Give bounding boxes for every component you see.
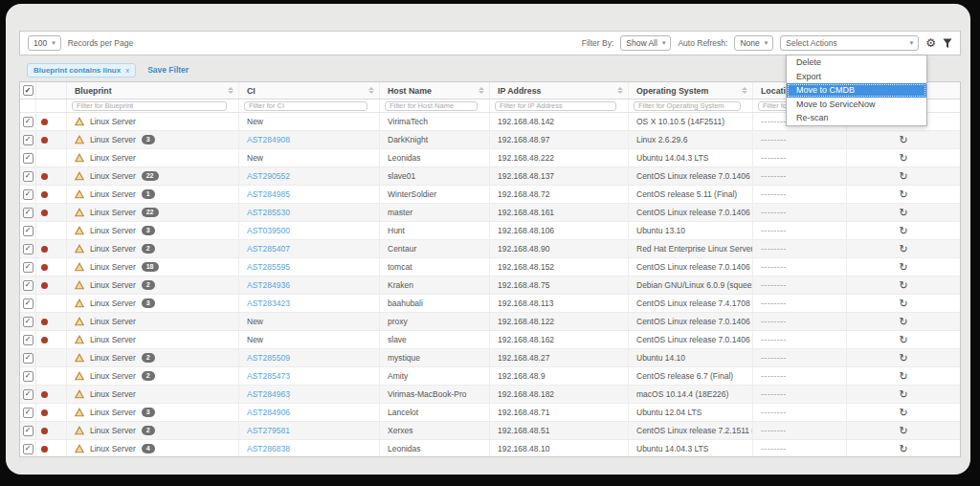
ci-link[interactable]: AST286838 (247, 444, 290, 453)
header-ci[interactable]: CI (239, 82, 380, 99)
ci-link[interactable]: AST039500 (247, 226, 290, 235)
refresh-icon[interactable] (899, 153, 907, 164)
refresh-icon[interactable] (899, 371, 907, 382)
refresh-icon[interactable] (899, 171, 907, 182)
table-row[interactable]: Linux Server 2 AST285509 mystique 192.16… (20, 349, 960, 367)
header-blueprint[interactable]: Blueprint (67, 82, 239, 99)
ci-link[interactable]: AST285407 (247, 244, 290, 254)
save-filter-link[interactable]: Save Filter (147, 65, 189, 75)
row-checkbox[interactable] (23, 371, 33, 382)
ci-link[interactable]: AST284908 (247, 135, 290, 144)
refresh-icon[interactable] (899, 317, 907, 327)
refresh-icon[interactable] (899, 408, 907, 418)
chip-remove-icon[interactable]: x (125, 66, 129, 75)
row-checkbox[interactable] (23, 335, 33, 345)
row-checkbox[interactable] (23, 117, 33, 127)
table-row[interactable]: Linux Server 2 AST284936 Kraken 192.168.… (20, 276, 960, 295)
table-row[interactable]: Linux Server 3 AST283423 baahubali 192.1… (20, 295, 960, 313)
filter-by-select[interactable]: Show All (620, 35, 671, 51)
row-checkbox[interactable] (23, 298, 33, 309)
ci-link[interactable]: AST285530 (247, 208, 290, 217)
table-row[interactable]: Linux Server 3 AST039500 Hunt 192.168.48… (20, 222, 960, 240)
row-checkbox[interactable] (23, 208, 33, 218)
ci-filter-input[interactable] (244, 101, 368, 111)
table-row[interactable]: Linux Server 3 AST284906 Lancelot 192.16… (20, 404, 960, 422)
ci-link[interactable]: AST284985 (247, 189, 290, 199)
filter-funnel-icon[interactable] (943, 38, 952, 49)
table-row[interactable]: Linux Server 3 AST284908 DarkKnight 192.… (20, 131, 960, 149)
menu-item-move-to-cmdb[interactable]: Move to CMDB (787, 83, 926, 98)
header-ip-address[interactable]: IP Address (490, 82, 629, 99)
table-row[interactable]: Linux Server New Leonidas 192.168.48.222… (20, 149, 960, 167)
row-checkbox[interactable] (23, 189, 33, 200)
refresh-icon[interactable] (899, 335, 907, 345)
table-row[interactable]: Linux Server 2 AST285473 Amity 192.168.4… (20, 367, 960, 386)
ci-link[interactable]: AST283423 (247, 298, 290, 308)
filter-chip[interactable]: Blueprint contains linux x (27, 63, 136, 77)
sort-icon[interactable] (742, 87, 747, 94)
row-checkbox[interactable] (23, 226, 33, 236)
ci-link[interactable]: AST285595 (247, 262, 290, 272)
refresh-icon[interactable] (899, 226, 907, 236)
ci-link[interactable]: AST284936 (247, 280, 290, 290)
refresh-icon[interactable] (899, 244, 907, 254)
table-row[interactable]: Linux Server 2 AST279581 Xerxes 192.168.… (20, 422, 960, 440)
row-checkbox[interactable] (23, 389, 33, 400)
row-checkbox[interactable] (23, 244, 33, 254)
refresh-icon[interactable] (899, 298, 907, 309)
row-checkbox[interactable] (23, 135, 33, 145)
row-checkbox[interactable] (23, 317, 33, 327)
blueprint-filter-input[interactable] (72, 101, 227, 111)
ci-link[interactable]: AST279581 (247, 426, 290, 435)
sort-icon[interactable] (228, 87, 234, 94)
table-row[interactable]: Linux Server New slave 192.168.48.162 Ce… (20, 331, 960, 349)
host-name-filter-input[interactable] (385, 101, 478, 111)
sort-icon[interactable] (617, 87, 623, 94)
settings-gear-icon[interactable] (925, 37, 936, 49)
table-row[interactable]: Linux Server 18 AST285595 tomcat 192.168… (20, 258, 960, 276)
table-row[interactable]: Linux Server AST284963 Virimas-MacBook-P… (20, 386, 960, 404)
ci-link[interactable]: AST290552 (247, 171, 290, 181)
row-checkbox[interactable] (23, 444, 33, 454)
select-actions-dropdown[interactable]: Select Actions (780, 35, 919, 51)
refresh-icon[interactable] (899, 135, 907, 145)
refresh-icon[interactable] (899, 444, 907, 454)
table-row[interactable]: Linux Server New proxy 192.168.48.122 Ce… (20, 313, 960, 331)
table-row[interactable]: Linux Server 22 AST285530 master 192.168… (20, 204, 960, 222)
row-checkbox[interactable] (23, 408, 33, 418)
table-row[interactable]: Linux Server 4 AST286838 Leonidas 192.16… (20, 440, 960, 457)
menu-item-export[interactable]: Export (787, 70, 926, 84)
refresh-icon[interactable] (899, 426, 907, 436)
row-checkbox[interactable] (23, 280, 33, 291)
operating-system-filter-input[interactable] (634, 101, 741, 111)
menu-item-move-to-servicenow[interactable]: Move to ServiceNow (787, 98, 926, 112)
row-checkbox[interactable] (23, 171, 33, 182)
header-host-name[interactable]: Host Name (380, 82, 490, 99)
refresh-icon[interactable] (899, 280, 907, 291)
sort-icon[interactable] (368, 87, 374, 94)
menu-item-delete[interactable]: Delete (787, 55, 926, 70)
ci-link[interactable]: AST284906 (247, 408, 290, 417)
table-row[interactable]: Linux Server 22 AST290552 slave01 192.16… (20, 167, 960, 186)
sort-icon[interactable] (479, 87, 484, 94)
menu-item-re-scan[interactable]: Re-scan (787, 111, 926, 125)
ci-link[interactable]: AST284963 (247, 389, 290, 399)
refresh-icon[interactable] (899, 353, 907, 364)
refresh-icon[interactable] (899, 389, 907, 400)
row-checkbox[interactable] (23, 153, 33, 164)
select-all-checkbox[interactable] (23, 85, 33, 96)
auto-refresh-select[interactable]: None (734, 35, 773, 51)
refresh-icon[interactable] (899, 208, 907, 218)
table-row[interactable]: Linux Server 2 AST285407 Centaur 192.168… (20, 240, 960, 258)
refresh-icon[interactable] (899, 262, 907, 273)
row-checkbox[interactable] (23, 353, 33, 364)
header-operating-system[interactable]: Operating System (629, 82, 753, 99)
table-row[interactable]: Linux Server 1 AST284985 WinterSoldier 1… (20, 186, 960, 204)
row-checkbox[interactable] (23, 262, 33, 273)
records-per-page-select[interactable]: 100 (28, 35, 61, 51)
ci-link[interactable]: AST285473 (247, 371, 290, 381)
refresh-icon[interactable] (899, 189, 907, 200)
ip-address-filter-input[interactable] (495, 101, 616, 111)
ci-link[interactable]: AST285509 (247, 353, 290, 363)
row-checkbox[interactable] (23, 426, 33, 436)
